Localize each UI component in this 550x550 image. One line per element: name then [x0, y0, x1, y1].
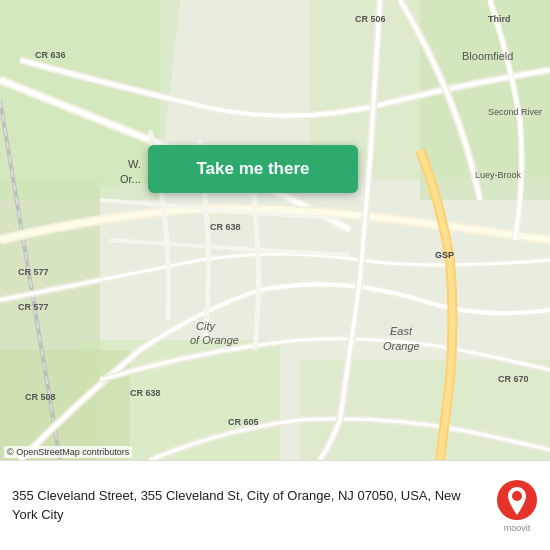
svg-text:Orange: Orange [383, 340, 420, 352]
moovit-label: moovit [504, 523, 531, 533]
svg-text:Bloomfield: Bloomfield [462, 50, 513, 62]
svg-text:CR 577: CR 577 [18, 302, 49, 312]
take-me-there-button[interactable]: Take me there [148, 145, 358, 193]
svg-text:CR 638: CR 638 [210, 222, 241, 232]
svg-text:CR 577: CR 577 [18, 267, 49, 277]
svg-text:Luey-Brook: Luey-Brook [475, 170, 522, 180]
address-text: 355 Cleveland Street, 355 Cleveland St, … [12, 488, 461, 521]
svg-text:CR 506: CR 506 [355, 14, 386, 24]
svg-text:CR 636: CR 636 [35, 50, 66, 60]
map-attribution: © OpenStreetMap contributors [4, 446, 132, 458]
moovit-icon [496, 479, 538, 521]
svg-text:CR 670: CR 670 [498, 374, 529, 384]
svg-text:GSP: GSP [435, 250, 454, 260]
svg-point-32 [512, 491, 522, 501]
svg-text:Second River: Second River [488, 107, 542, 117]
address-display: 355 Cleveland Street, 355 Cleveland St, … [12, 487, 496, 523]
svg-text:Or...: Or... [120, 173, 141, 185]
moovit-logo: moovit [496, 479, 538, 533]
svg-text:Third: Third [488, 14, 511, 24]
svg-text:CR 638: CR 638 [130, 388, 161, 398]
attribution-text: © OpenStreetMap contributors [7, 447, 129, 457]
svg-text:W.: W. [128, 158, 141, 170]
svg-text:East: East [390, 325, 413, 337]
svg-text:CR 508: CR 508 [25, 392, 56, 402]
map-background: CR 636 CR 506 CR 577 CR 577 CR 638 GSP C… [0, 0, 550, 460]
svg-text:City: City [196, 320, 216, 332]
svg-text:of Orange: of Orange [190, 334, 239, 346]
bottom-bar: 355 Cleveland Street, 355 Cleveland St, … [0, 460, 550, 550]
map-container: CR 636 CR 506 CR 577 CR 577 CR 638 GSP C… [0, 0, 550, 460]
svg-text:CR 605: CR 605 [228, 417, 259, 427]
svg-rect-7 [0, 350, 130, 460]
